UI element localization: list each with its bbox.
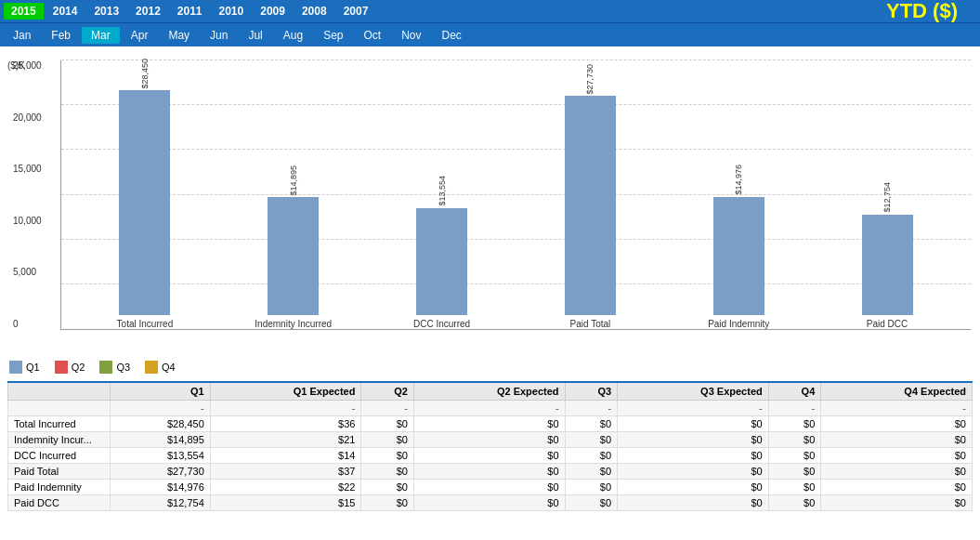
- year-item-2015[interactable]: 2015: [4, 3, 44, 20]
- year-item-2014[interactable]: 2014: [46, 3, 85, 20]
- year-item-2010[interactable]: 2010: [212, 3, 252, 20]
- table-cell: $0: [565, 464, 618, 480]
- month-item-Jul[interactable]: Jul: [239, 27, 271, 44]
- table-cell: $0: [413, 480, 565, 495]
- table-cell: $0: [565, 416, 618, 432]
- month-item-Jun[interactable]: Jun: [201, 27, 237, 44]
- table-cell: $22: [210, 480, 361, 495]
- year-item-2007[interactable]: 2007: [336, 3, 376, 20]
- table-cell: $0: [565, 495, 618, 511]
- month-item-Jan[interactable]: Jan: [4, 27, 40, 44]
- month-item-Apr[interactable]: Apr: [122, 27, 158, 44]
- legend: Q1Q2Q3Q4: [0, 353, 980, 381]
- legend-label: Q4: [162, 362, 176, 373]
- table-header-cell: Q3: [565, 382, 618, 401]
- legend-label: Q3: [116, 362, 130, 373]
- table-cell: $0: [768, 495, 821, 511]
- bar-group: $13,554DCC Incurred: [368, 176, 516, 329]
- chart-section: ($)K 05,00010,00015,00020,00025,000 $28,…: [0, 46, 980, 353]
- table-header-cell: Q4: [768, 382, 821, 401]
- y-label: 10,000: [13, 216, 42, 226]
- table-cell: $27,730: [111, 464, 211, 480]
- table-cell: $0: [768, 448, 821, 464]
- table-separator-cell: -: [210, 401, 361, 416]
- table-header-cell: Q2: [361, 382, 414, 401]
- table-cell: $0: [618, 416, 769, 432]
- table-cell: $37: [210, 464, 361, 480]
- table-cell: DCC Incurred: [8, 448, 111, 464]
- table-cell: $0: [361, 495, 414, 511]
- month-item-Aug[interactable]: Aug: [274, 27, 312, 44]
- bar-value-label: $27,730: [585, 64, 595, 95]
- bar-label: Total Incurred: [117, 319, 174, 329]
- bar-group: $14,895Indemnity Incurred: [219, 165, 368, 329]
- year-item-2008[interactable]: 2008: [294, 3, 334, 20]
- bar-label: Paid Indemnity: [708, 319, 769, 329]
- table-header-cell: Q2 Expected: [413, 382, 565, 401]
- table-cell: $0: [413, 432, 565, 448]
- table-cell: $12,754: [111, 495, 211, 511]
- table-cell: $0: [361, 480, 414, 495]
- month-item-Nov[interactable]: Nov: [392, 27, 430, 44]
- table-separator-cell: -: [361, 401, 414, 416]
- legend-item-Q4: Q4: [145, 361, 176, 374]
- table-cell: $0: [618, 495, 769, 511]
- table-separator-cell: -: [413, 401, 565, 416]
- table-cell: $14,976: [111, 480, 211, 495]
- table-header-cell: [8, 382, 111, 401]
- ytd-title: YTD ($): [886, 0, 958, 23]
- chart-container: 05,00010,00015,00020,00025,000 $28,450To…: [60, 60, 971, 330]
- bar: [862, 215, 913, 315]
- table-cell: $0: [618, 448, 769, 464]
- table-cell: Indemnity Incur...: [8, 432, 111, 448]
- y-label: 0: [13, 319, 42, 329]
- table-cell: $0: [361, 416, 414, 432]
- year-item-2011[interactable]: 2011: [170, 3, 210, 20]
- table-cell: $0: [821, 432, 973, 448]
- bar: [713, 197, 764, 315]
- bar: [565, 96, 616, 315]
- y-label: 20,000: [13, 112, 42, 123]
- month-item-Dec[interactable]: Dec: [433, 27, 471, 44]
- month-item-Feb[interactable]: Feb: [42, 27, 80, 44]
- legend-label: Q1: [26, 362, 40, 373]
- y-label: 15,000: [13, 164, 42, 174]
- table-cell: $0: [821, 448, 973, 464]
- table-cell: $0: [618, 432, 769, 448]
- bar: [268, 197, 319, 315]
- legend-color-box: [9, 361, 22, 374]
- bar-value-label: $14,895: [289, 165, 298, 196]
- table-separator-cell: -: [618, 401, 769, 416]
- table-cell: $0: [361, 464, 414, 480]
- bar-value-label: $14,976: [734, 165, 743, 195]
- bar-value-label: $12,754: [882, 182, 892, 213]
- month-item-Mar[interactable]: Mar: [82, 27, 120, 44]
- table-cell: $21: [210, 432, 361, 448]
- year-item-2013[interactable]: 2013: [86, 3, 126, 20]
- month-item-Sep[interactable]: Sep: [314, 27, 352, 44]
- table-header-cell: Q4 Expected: [821, 382, 973, 401]
- legend-color-box: [145, 361, 158, 374]
- table-cell: $0: [821, 480, 973, 495]
- table-header-cell: Q3 Expected: [618, 382, 769, 401]
- table-cell: $14,895: [111, 432, 211, 448]
- table-header-cell: Q1: [111, 382, 211, 401]
- table-separator-cell: -: [111, 401, 211, 416]
- y-label: 5,000: [13, 267, 42, 277]
- month-item-Oct[interactable]: Oct: [355, 27, 391, 44]
- bar-label: Indemnity Incurred: [255, 319, 332, 329]
- table-cell: $0: [413, 495, 565, 511]
- table-cell: $28,450: [111, 416, 211, 432]
- table-cell: $0: [821, 464, 973, 480]
- table-cell: $0: [361, 432, 414, 448]
- table-cell: $0: [618, 464, 769, 480]
- table-row: Total Incurred$28,450$36$0$0$0$0$0$0: [8, 416, 973, 432]
- table-cell: Total Incurred: [8, 416, 111, 432]
- legend-item-Q1: Q1: [9, 361, 40, 374]
- year-item-2009[interactable]: 2009: [253, 3, 293, 20]
- table-row: Paid DCC$12,754$15$0$0$0$0$0$0: [8, 495, 973, 511]
- year-item-2012[interactable]: 2012: [128, 3, 168, 20]
- month-bar: JanFebMarAprMayJunJulAugSepOctNovDec: [0, 22, 980, 46]
- bar-value-label: $28,450: [140, 59, 150, 89]
- month-item-May[interactable]: May: [159, 27, 199, 44]
